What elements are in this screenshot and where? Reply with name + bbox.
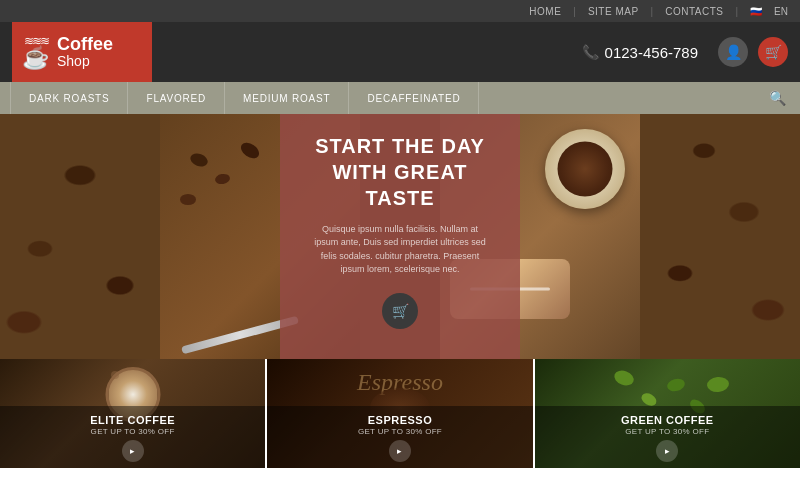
elite-subtitle: GET UP TO 30% OFF <box>10 427 255 436</box>
separator-2: | <box>651 6 654 17</box>
product-card-espresso[interactable]: Espresso ESPRESSO GET UP TO 30% OFF ▸ <box>267 359 532 468</box>
green-cart-button[interactable]: ▸ <box>656 440 678 462</box>
phone-number: 0123-456-789 <box>605 44 698 61</box>
header-icons: 👤 🛒 <box>718 37 788 67</box>
product-card-elite[interactable]: ELITE COFFEE GET UP TO 30% OFF ▸ <box>0 359 265 468</box>
green-bean-1 <box>612 368 636 388</box>
lang-flag: 🇷🇺 <box>750 6 762 17</box>
hero-section: START THE DAY WITH GREAT TASTE Quisque i… <box>0 114 800 359</box>
hero-heading: START THE DAY WITH GREAT TASTE <box>310 133 490 211</box>
logo-coffee: Coffee <box>57 35 113 53</box>
espresso-cart-button[interactable]: ▸ <box>389 440 411 462</box>
hero-cart-button[interactable]: 🛒 <box>382 293 418 329</box>
search-button[interactable]: 🔍 <box>765 86 790 110</box>
sitemap-link[interactable]: SITE MAP <box>588 6 639 17</box>
products-row: ELITE COFFEE GET UP TO 30% OFF ▸ Espress… <box>0 359 800 468</box>
hero-text-card: START THE DAY WITH GREAT TASTE Quisque i… <box>280 114 520 359</box>
espresso-overlay: ESPRESSO GET UP TO 30% OFF ▸ <box>267 406 532 468</box>
green-bean-4 <box>706 376 729 393</box>
logo-area[interactable]: ≋≋≋ ☕ Coffee Shop <box>12 22 152 82</box>
separator-3: | <box>735 6 738 17</box>
espresso-subtitle: GET UP TO 30% OFF <box>277 427 522 436</box>
nav-decaffeinated[interactable]: DECAFFEINATED <box>349 82 479 114</box>
elite-cart-button[interactable]: ▸ <box>122 440 144 462</box>
hero-heading-line1: START THE DAY <box>315 135 485 157</box>
logo-icon: ≋≋≋ ☕ <box>22 35 49 69</box>
contacts-link[interactable]: CONTACTS <box>665 6 723 17</box>
separator-1: | <box>573 6 576 17</box>
header: ≋≋≋ ☕ Coffee Shop 📞 0123-456-789 👤 🛒 <box>0 22 800 82</box>
cart-button[interactable]: 🛒 <box>758 37 788 67</box>
green-overlay: GREEN COFFEE GET UP TO 30% OFF ▸ <box>535 406 800 468</box>
hero-content: START THE DAY WITH GREAT TASTE Quisque i… <box>160 114 640 359</box>
nav-dark-roasts[interactable]: DARK ROASTS <box>10 82 128 114</box>
top-bar: HOME | SITE MAP | CONTACTS | 🇷🇺 EN <box>0 0 800 22</box>
green-subtitle: GET UP TO 30% OFF <box>545 427 790 436</box>
green-bean-2 <box>666 377 686 393</box>
hero-subtext: Quisque ipsum nulla facilisis. Nullam at… <box>310 223 490 277</box>
espresso-title: ESPRESSO <box>277 414 522 427</box>
green-title: GREEN COFFEE <box>545 414 790 427</box>
nav-items: DARK ROASTS FLAVORED MEDIUM ROAST DECAFF… <box>10 82 765 114</box>
cup-icon: ☕ <box>22 47 49 69</box>
phone-section: 📞 0123-456-789 <box>582 44 698 61</box>
elite-title: ELITE COFFEE <box>10 414 255 427</box>
logo-shop: Shop <box>57 53 113 70</box>
product-card-green[interactable]: GREEN COFFEE GET UP TO 30% OFF ▸ <box>535 359 800 468</box>
logo-text: Coffee Shop <box>57 35 113 70</box>
nav-flavored[interactable]: FLAVORED <box>128 82 225 114</box>
navigation-bar: DARK ROASTS FLAVORED MEDIUM ROAST DECAFF… <box>0 82 800 114</box>
elite-overlay: ELITE COFFEE GET UP TO 30% OFF ▸ <box>0 406 265 468</box>
nav-medium-roast[interactable]: MEDIUM ROAST <box>225 82 349 114</box>
phone-icon: 📞 <box>582 44 599 60</box>
account-button[interactable]: 👤 <box>718 37 748 67</box>
home-link[interactable]: HOME <box>529 6 561 17</box>
coffee-beans-elite <box>111 371 119 379</box>
lang-selector[interactable]: EN <box>774 6 788 17</box>
hero-heading-line2: WITH GREAT TASTE <box>332 161 467 209</box>
